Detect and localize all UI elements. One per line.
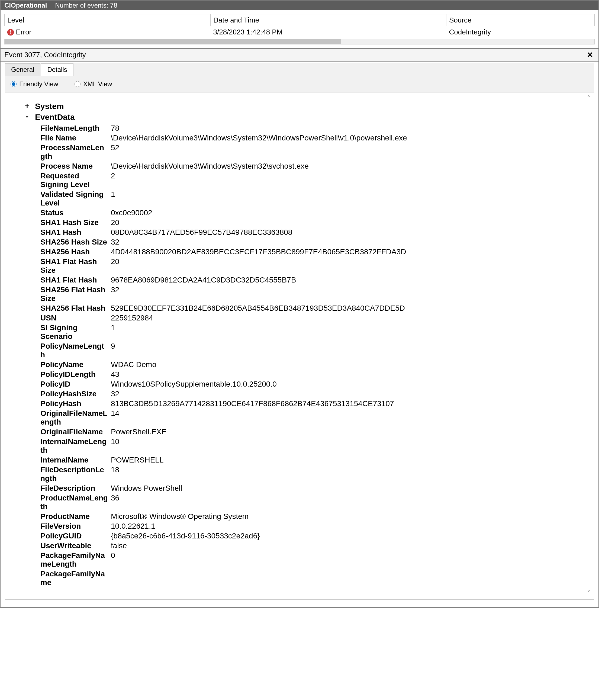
event-data-key: SHA256 Hash [41, 248, 108, 256]
event-data-key: Validated Signing Level [41, 190, 108, 207]
event-data-key: PolicyName [41, 360, 108, 369]
event-data-key: InternalName [41, 456, 108, 465]
event-data-key: SHA1 Flat Hash Size [41, 257, 108, 275]
event-data-row: SI Signing Scenario1 [41, 323, 575, 341]
event-data-value: 36 [111, 494, 575, 502]
event-data-value: 20 [111, 218, 575, 227]
expand-icon[interactable]: + [24, 102, 30, 110]
event-data-value: 813BC3DB5D13269A77142831190CE6417F868F68… [111, 399, 575, 408]
event-data-value: 18 [111, 466, 575, 474]
event-data-value: false [111, 542, 575, 550]
event-data-row: ProcessNameLength52 [41, 143, 575, 161]
event-data-row: PackageFamilyNameLength0 [41, 551, 575, 569]
event-data-key: PolicyGUID [41, 532, 108, 540]
event-data-key: ProductNameLength [41, 494, 108, 511]
event-data-row: InternalNamePOWERSHELL [41, 455, 575, 465]
event-data-key: Status [41, 208, 108, 217]
event-data-row: ProductNameLength36 [41, 493, 575, 511]
tab-general[interactable]: General [5, 64, 41, 76]
event-data-key: Process Name [41, 162, 108, 171]
scroll-up-icon[interactable]: ˄ [587, 94, 591, 103]
event-data-key: SHA1 Flat Hash [41, 276, 108, 284]
event-data-key: OriginalFileNameLength [41, 409, 108, 426]
event-data-value: 4D0448188B90020BD2AE839BECC3ECF17F35BBC8… [111, 248, 575, 256]
scroll-down-icon[interactable]: ˅ [587, 589, 591, 598]
table-row[interactable]: ! Error 3/28/2023 1:42:48 PM CodeIntegri… [5, 26, 595, 38]
event-data-row: Status0xc0e90002 [41, 208, 575, 218]
event-data-row: FileDescriptionLength18 [41, 465, 575, 483]
event-data-key: SHA1 Hash [41, 228, 108, 237]
event-data-key: PolicyHashSize [41, 390, 108, 398]
event-data-row: OriginalFileNamePowerShell.EXE [41, 427, 575, 437]
event-data-key: PackageFamilyName [41, 570, 108, 587]
event-data-value: 10.0.22621.1 [111, 522, 575, 530]
preview-title: Event 3077, CodeIntegrity [4, 51, 86, 59]
event-data-value: \Device\HarddiskVolume3\Windows\System32… [111, 134, 575, 142]
column-header-level[interactable]: Level [5, 15, 210, 26]
event-data-value: 32 [111, 285, 575, 294]
event-data-row: FileDescriptionWindows PowerShell [41, 483, 575, 493]
event-data-row: Process Name\Device\HarddiskVolume3\Wind… [41, 161, 575, 171]
event-data-row: SHA256 Flat Hash Size32 [41, 285, 575, 303]
view-mode-bar: Friendly View XML View [5, 76, 594, 93]
level-cell: ! Error [7, 28, 208, 36]
event-data-value: 0xc0e90002 [111, 208, 575, 217]
event-data-row: ProductNameMicrosoft® Windows® Operating… [41, 511, 575, 521]
event-data-key: PackageFamilyNameLength [41, 551, 108, 569]
event-data-row: UserWriteablefalse [41, 541, 575, 551]
radio-friendly-input[interactable] [10, 81, 17, 87]
event-data-key: SI Signing Scenario [41, 323, 108, 341]
titlebar: CIOperational Number of events: 78 [1, 1, 598, 10]
tree-label-eventdata: EventData [35, 112, 75, 122]
event-data-row: InternalNameLength10 [41, 437, 575, 455]
radio-xml-input[interactable] [75, 81, 80, 87]
event-data-value: 529EE9D30EEF7E331B24E66D68205AB4554B6EB3… [111, 304, 575, 312]
collapse-icon[interactable]: - [24, 112, 30, 121]
details-content: ˄ ˅ + System - EventData FileNameLength7… [5, 93, 594, 600]
event-data-row: SHA256 Hash4D0448188B90020BD2AE839BECC3E… [41, 247, 575, 257]
event-data-row: Validated Signing Level1 [41, 190, 575, 208]
event-data-value: 32 [111, 390, 575, 398]
event-data-row: OriginalFileNameLength14 [41, 408, 575, 427]
event-data-value: 14 [111, 409, 575, 418]
event-data-value: Microsoft® Windows® Operating System [111, 512, 575, 521]
event-data-row: File Name\Device\HarddiskVolume3\Windows… [41, 133, 575, 143]
event-data-key: InternalNameLength [41, 437, 108, 455]
event-data-value: 9 [111, 342, 575, 351]
titlebar-title: CIOperational [4, 2, 47, 9]
tree-node-system[interactable]: + System [24, 102, 575, 111]
event-data-row: SHA1 Hash Size20 [41, 218, 575, 227]
radio-xml-view[interactable]: XML View [75, 80, 112, 88]
error-icon: ! [7, 29, 14, 35]
event-data-row: SHA256 Hash Size32 [41, 237, 575, 247]
scrollbar-thumb[interactable] [5, 39, 341, 44]
radio-friendly-view[interactable]: Friendly View [10, 80, 58, 88]
titlebar-event-count: Number of events: 78 [55, 2, 117, 9]
event-data-key: UserWriteable [41, 542, 108, 550]
event-data-key: FileNameLength [41, 124, 108, 132]
event-data-value: 1 [111, 190, 575, 199]
column-header-source[interactable]: Source [446, 15, 595, 26]
event-data-grid: FileNameLength78File Name\Device\Harddis… [41, 123, 575, 588]
horizontal-scrollbar[interactable] [4, 39, 595, 45]
event-data-key: SHA256 Hash Size [41, 238, 108, 246]
event-data-value: Windows10SPolicySupplementable.10.0.2520… [111, 380, 575, 389]
event-data-key: USN [41, 314, 108, 322]
column-header-date[interactable]: Date and Time [210, 15, 446, 26]
event-data-key: FileDescription [41, 484, 108, 493]
close-icon[interactable]: ✕ [585, 50, 595, 59]
tree-node-eventdata[interactable]: - EventData [24, 112, 575, 122]
event-viewer-window: CIOperational Number of events: 78 Level… [0, 0, 599, 608]
event-data-value: 52 [111, 144, 575, 152]
preview-body: General Details Friendly View XML View ˄… [1, 63, 598, 607]
event-data-key: PolicyID [41, 380, 108, 389]
event-data-value: 1 [111, 323, 575, 332]
event-data-key: ProcessNameLength [41, 144, 108, 161]
event-data-value: 78 [111, 124, 575, 132]
event-data-value: Windows PowerShell [111, 484, 575, 493]
tab-details[interactable]: Details [41, 64, 73, 76]
event-data-value: 9678EA8069D9812CDA2A41C9D3DC32D5C4555B7B [111, 276, 575, 284]
event-data-value: 08D0A8C34B717AED56F99EC57B49788EC3363808 [111, 228, 575, 237]
event-data-row: SHA256 Flat Hash529EE9D30EEF7E331B24E66D… [41, 303, 575, 313]
tree-label-system: System [35, 102, 64, 111]
